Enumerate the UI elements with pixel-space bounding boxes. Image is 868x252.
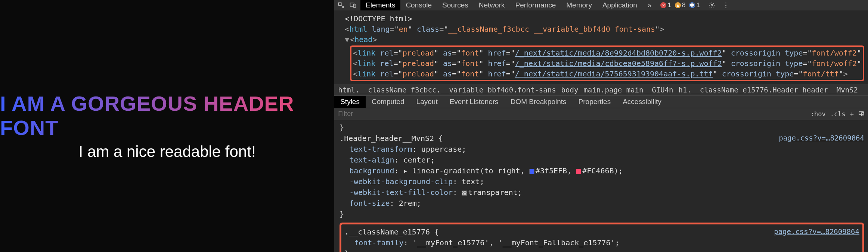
devtools-toolbar: Elements Console Sources Network Perform… <box>334 0 868 10</box>
tab-performance[interactable]: Performance <box>510 0 561 10</box>
brace-close: } <box>344 248 859 252</box>
svg-point-3 <box>711 4 713 6</box>
color-swatch-icon[interactable] <box>462 190 467 196</box>
hov-toggle[interactable]: :hov <box>810 110 826 118</box>
breadcrumb-item[interactable]: body <box>561 86 579 94</box>
tab-memory[interactable]: Memory <box>561 0 597 10</box>
svg-rect-0 <box>338 3 341 6</box>
page-body-text: I am a nice readable font! <box>79 143 256 161</box>
breadcrumb-item[interactable]: main.page_main__GIU4n <box>583 86 673 94</box>
more-tabs-icon[interactable]: » <box>645 1 654 9</box>
styles-tab-accessibility[interactable]: Accessibility <box>617 96 667 108</box>
errors-badge[interactable]: ✕1 <box>659 1 672 9</box>
tab-console[interactable]: Console <box>400 0 437 10</box>
rendered-page: I AM A GORGEOUS HEADER FONT I am a nice … <box>0 0 334 252</box>
styles-tab-computed[interactable]: Computed <box>366 96 410 108</box>
styles-tab-styles[interactable]: Styles <box>334 96 366 108</box>
device-toggle-icon[interactable] <box>348 1 357 10</box>
styles-tab-properties[interactable]: Properties <box>573 96 617 108</box>
doctype-node[interactable]: <!DOCTYPE html> <box>345 13 864 24</box>
svg-rect-5 <box>862 113 864 116</box>
tab-elements[interactable]: Elements <box>360 0 400 10</box>
errors-count: 1 <box>667 1 671 9</box>
kebab-menu-icon[interactable]: ⋮ <box>722 1 731 10</box>
link-node[interactable]: <link rel="preload" as="font" href="/_ne… <box>353 58 861 69</box>
info-badge[interactable]: 💬1 <box>688 1 701 9</box>
css-rule[interactable]: page.css?v=…82609864 .__className_e15776… <box>344 227 859 252</box>
css-rule[interactable]: page.css?v=…82609864 .Header_header__Mvn… <box>340 133 864 220</box>
highlighted-links: <link rel="preload" as="font" href="/_ne… <box>350 45 864 81</box>
rule-source-link[interactable]: page.css?v=…82609864 <box>774 227 859 237</box>
brace-close: } <box>340 209 864 220</box>
info-count: 1 <box>696 1 700 9</box>
page-header-text: I AM A GORGEOUS HEADER FONT <box>0 91 334 140</box>
tab-sources[interactable]: Sources <box>437 0 474 10</box>
styles-filter-bar: :hov .cls + <box>334 108 868 120</box>
styles-filter-input[interactable] <box>338 110 810 118</box>
link-node[interactable]: <link rel="preload" as="font" href="/_ne… <box>353 69 861 79</box>
color-swatch-icon[interactable] <box>529 169 534 174</box>
html-node[interactable]: <html lang="en" class="__className_f3cbc… <box>345 24 864 34</box>
breadcrumb: html.__className_f3cbcc.__variable_bbf4d… <box>334 84 868 95</box>
head-node[interactable]: ▼<head> <box>345 34 864 45</box>
warnings-count: 8 <box>682 1 685 9</box>
highlighted-css-rule: page.css?v=…82609864 .__className_e15776… <box>340 223 864 252</box>
new-rule-button[interactable]: + <box>850 110 854 118</box>
cls-toggle[interactable]: .cls <box>830 110 846 118</box>
color-swatch-icon[interactable] <box>576 169 581 174</box>
styles-tab-layout[interactable]: Layout <box>410 96 444 108</box>
breadcrumb-item[interactable]: html.__className_f3cbcc.__variable_bbf4d… <box>338 86 556 94</box>
rule-source-link[interactable]: page.css?v=…82609864 <box>779 133 864 144</box>
device-mode-icon[interactable] <box>858 110 864 118</box>
devtools-panel: Elements Console Sources Network Perform… <box>334 0 868 252</box>
devtools-tabs: Elements Console Sources Network Perform… <box>360 0 642 10</box>
gear-icon[interactable] <box>707 1 716 10</box>
styles-tabs: Styles Computed Layout Event Listeners D… <box>334 95 868 108</box>
styles-rules[interactable]: } page.css?v=…82609864 .Header_header__M… <box>334 120 868 252</box>
status-badges: ✕1 ▲8 💬1 <box>659 1 701 9</box>
styles-tab-dombreakpoints[interactable]: DOM Breakpoints <box>505 96 573 108</box>
styles-tab-eventlisteners[interactable]: Event Listeners <box>444 96 505 108</box>
breadcrumb-item[interactable]: h1.__className_e15776.Header_header__Mvn… <box>679 86 858 94</box>
tab-network[interactable]: Network <box>474 0 510 10</box>
link-node[interactable]: <link rel="preload" as="font" href="/_ne… <box>353 48 861 58</box>
brace-close: } <box>340 122 864 133</box>
warnings-badge[interactable]: ▲8 <box>673 1 687 9</box>
tab-application[interactable]: Application <box>597 0 642 10</box>
inspect-icon[interactable] <box>337 1 345 10</box>
elements-tree[interactable]: <!DOCTYPE html> <html lang="en" class="_… <box>334 10 868 84</box>
